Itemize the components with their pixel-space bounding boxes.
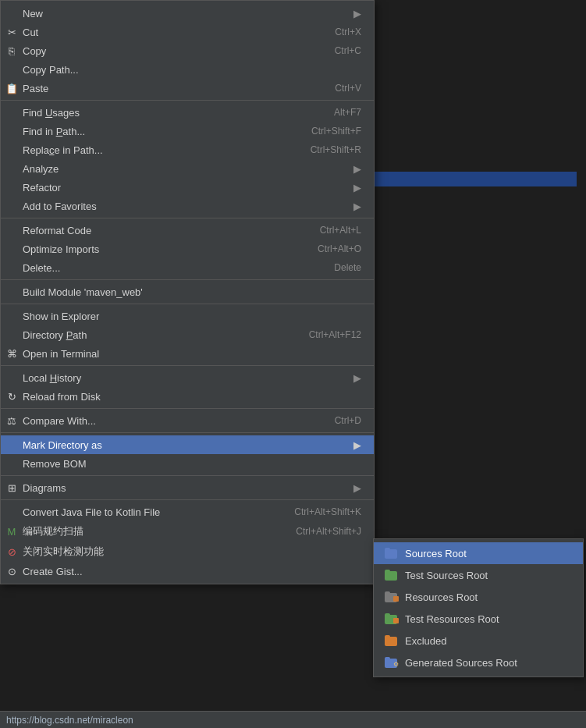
separator-4 bbox=[1, 304, 374, 304]
submenu-item-resources-root[interactable]: Resources Root bbox=[374, 586, 583, 608]
separator-8 bbox=[1, 475, 374, 476]
menu-item-delete[interactable]: Delete... Delete bbox=[1, 258, 374, 277]
menu-item-build-module[interactable]: Build Module 'maven_web' bbox=[1, 282, 374, 301]
github-icon: ⊙ bbox=[5, 565, 18, 577]
copy-icon: ⎘ bbox=[5, 44, 18, 57]
menu-item-open-in-terminal[interactable]: ⌘ Open in Terminal bbox=[1, 344, 374, 363]
sources-root-folder-icon bbox=[383, 547, 400, 559]
menu-item-find-usages[interactable]: Find Usages Alt+F7 bbox=[1, 103, 374, 122]
menu-item-remove-bom[interactable]: Remove BOM bbox=[1, 454, 374, 473]
menu-item-encoding-scan[interactable]: M 编码规约扫描 Ctrl+Alt+Shift+J bbox=[1, 521, 374, 542]
compare-icon: ⚖ bbox=[5, 414, 18, 427]
menu-item-convert-java[interactable]: Convert Java File to Kotlin File Ctrl+Al… bbox=[1, 502, 374, 521]
separator-3 bbox=[1, 279, 374, 280]
submenu-item-sources-root[interactable]: Sources Root bbox=[374, 542, 583, 564]
refactor-arrow: ▶ bbox=[353, 182, 361, 194]
menu-item-optimize-imports[interactable]: Optimize Imports Ctrl+Alt+O bbox=[1, 240, 374, 258]
menu-item-refactor[interactable]: Refactor ▶ bbox=[1, 178, 374, 197]
reload-icon: ↻ bbox=[5, 390, 18, 403]
favorites-arrow: ▶ bbox=[353, 201, 361, 212]
menu-item-copy[interactable]: ⎘ Copy Ctrl+C bbox=[1, 41, 374, 60]
menu-item-paste[interactable]: 📋 Paste Ctrl+V bbox=[1, 79, 374, 98]
separator-5 bbox=[1, 365, 374, 366]
terminal-icon: ⌘ bbox=[5, 347, 18, 360]
menu-item-reformat-code[interactable]: Reformat Code Ctrl+Alt+L bbox=[1, 221, 374, 240]
paste-icon: 📋 bbox=[5, 82, 18, 94]
menu-item-replace-in-path[interactable]: Replace in Path... Ctrl+Shift+R bbox=[1, 140, 374, 159]
resources-root-folder-icon bbox=[383, 591, 400, 603]
diagrams-arrow: ▶ bbox=[353, 482, 361, 494]
separator-1 bbox=[1, 100, 374, 101]
menu-item-realtime-check[interactable]: ⊘ 关闭实时检测功能 bbox=[1, 542, 374, 562]
encoding-icon: M bbox=[5, 525, 18, 538]
local-history-arrow: ▶ bbox=[353, 372, 361, 384]
menu-item-local-history[interactable]: Local History ▶ bbox=[1, 368, 374, 387]
menu-item-new[interactable]: New ▶ bbox=[1, 4, 374, 23]
menu-item-add-to-favorites[interactable]: Add to Favorites ▶ bbox=[1, 197, 374, 215]
menu-item-diagrams[interactable]: ⊞ Diagrams ▶ bbox=[1, 478, 374, 497]
menu-item-copy-path[interactable]: Copy Path... bbox=[1, 60, 374, 79]
realtime-icon: ⊘ bbox=[5, 545, 18, 558]
diagrams-icon: ⊞ bbox=[5, 481, 18, 494]
mark-directory-submenu: Sources Root Test Sources Root Resources… bbox=[373, 538, 584, 677]
test-resources-root-folder-icon bbox=[383, 613, 400, 625]
menu-item-find-in-path[interactable]: Find in Path... Ctrl+Shift+F bbox=[1, 122, 374, 140]
analyze-arrow: ▶ bbox=[353, 163, 361, 175]
submenu-item-excluded[interactable]: Excluded bbox=[374, 630, 583, 652]
menu-item-compare-with[interactable]: ⚖ Compare With... Ctrl+D bbox=[1, 411, 374, 430]
context-menu: New ▶ ✂ Cut Ctrl+X ⎘ Copy Ctrl+C Copy Pa… bbox=[0, 0, 375, 584]
mark-directory-arrow: ▶ bbox=[353, 439, 361, 451]
test-sources-root-folder-icon bbox=[383, 569, 400, 581]
generated-sources-root-folder-icon: ⚙ bbox=[383, 656, 400, 669]
separator-2 bbox=[1, 218, 374, 218]
submenu-item-generated-sources-root[interactable]: ⚙ Generated Sources Root bbox=[374, 652, 583, 673]
submenu-arrow: ▶ bbox=[353, 8, 361, 20]
separator-7 bbox=[1, 432, 374, 433]
status-bar: https://blog.csdn.net/miracleon bbox=[0, 711, 586, 728]
menu-item-create-gist[interactable]: ⊙ Create Gist... bbox=[1, 562, 374, 581]
menu-item-reload-from-disk[interactable]: ↻ Reload from Disk bbox=[1, 387, 374, 406]
submenu-item-test-resources-root[interactable]: Test Resources Root bbox=[374, 608, 583, 630]
separator-6 bbox=[1, 408, 374, 409]
menu-item-cut[interactable]: ✂ Cut Ctrl+X bbox=[1, 23, 374, 41]
menu-item-analyze[interactable]: Analyze ▶ bbox=[1, 159, 374, 178]
status-url: https://blog.csdn.net/miracleon bbox=[6, 715, 133, 726]
menu-item-show-in-explorer[interactable]: Show in Explorer bbox=[1, 307, 374, 325]
scissors-icon: ✂ bbox=[5, 26, 18, 38]
separator-9 bbox=[1, 499, 374, 500]
menu-item-directory-path[interactable]: Directory Path Ctrl+Alt+F12 bbox=[1, 325, 374, 344]
excluded-folder-icon bbox=[383, 634, 400, 647]
submenu-item-test-sources-root[interactable]: Test Sources Root bbox=[374, 564, 583, 586]
menu-item-mark-directory-as[interactable]: Mark Directory as ▶ bbox=[1, 435, 374, 454]
